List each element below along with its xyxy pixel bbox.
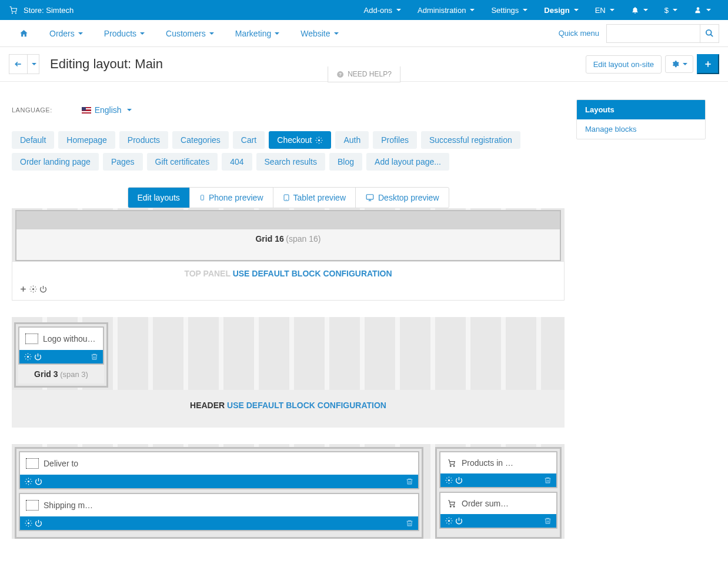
block-label: Shipping m… bbox=[44, 501, 93, 510]
menu-design[interactable]: Design bbox=[536, 0, 586, 20]
svg-point-22 bbox=[450, 465, 451, 466]
menu-lang[interactable]: EN bbox=[587, 0, 623, 20]
content-left-grid[interactable]: Deliver toShipping m… bbox=[15, 447, 423, 539]
svg-point-26 bbox=[453, 506, 455, 507]
tab-cart[interactable]: Cart bbox=[233, 131, 265, 149]
block-label: Products in … bbox=[462, 458, 513, 468]
back-button[interactable] bbox=[9, 54, 28, 74]
power-icon[interactable] bbox=[455, 517, 463, 525]
block-card[interactable]: Shipping m… bbox=[19, 493, 419, 531]
power-icon[interactable] bbox=[35, 519, 42, 527]
svg-point-0 bbox=[12, 12, 12, 13]
grid3-container[interactable]: Logo withou… Grid 3 (span 3) bbox=[14, 322, 108, 388]
tab-profiles[interactable]: Profiles bbox=[373, 131, 417, 149]
tab-products[interactable]: Products bbox=[119, 131, 168, 149]
tab-pages[interactable]: Pages bbox=[103, 153, 143, 171]
trash-icon[interactable] bbox=[406, 478, 413, 485]
svg-point-1 bbox=[15, 12, 16, 13]
search-input[interactable] bbox=[606, 24, 700, 43]
top-panel-use-default-link[interactable]: USE DEFAULT BLOCK CONFIGURATION bbox=[233, 269, 392, 278]
quick-menu[interactable]: Quick menu bbox=[559, 29, 599, 38]
nav-products[interactable]: Products bbox=[93, 20, 155, 47]
trash-icon[interactable] bbox=[91, 353, 98, 361]
tab-add-layout-page-[interactable]: Add layout page... bbox=[366, 153, 449, 171]
store-label[interactable]: Store: Simtech bbox=[24, 6, 74, 15]
nav-orders[interactable]: Orders bbox=[39, 20, 93, 47]
add-button[interactable] bbox=[697, 54, 719, 74]
nav-marketing[interactable]: Marketing bbox=[225, 20, 290, 47]
tab-404[interactable]: 404 bbox=[222, 153, 252, 171]
svg-point-21 bbox=[28, 522, 29, 524]
tab-successful-registration[interactable]: Successful registration bbox=[421, 131, 520, 149]
nav-customers[interactable]: Customers bbox=[155, 20, 225, 47]
sidebar-item-manage-blocks[interactable]: Manage blocks bbox=[577, 119, 705, 139]
block-card[interactable]: Products in … bbox=[439, 451, 557, 488]
sidebar-item-layouts[interactable]: Layouts bbox=[577, 100, 705, 119]
main-nav: Orders Products Customers Marketing Webs… bbox=[0, 20, 728, 47]
tab-phone-preview[interactable]: Phone preview bbox=[190, 188, 273, 208]
tab-default[interactable]: Default bbox=[12, 131, 54, 149]
search-button[interactable] bbox=[700, 24, 719, 43]
block-card[interactable]: Order sum… bbox=[439, 492, 557, 529]
svg-point-2 bbox=[697, 7, 700, 10]
svg-point-3 bbox=[706, 30, 712, 35]
edit-layout-onsite-button[interactable]: Edit layout on-site bbox=[586, 55, 662, 74]
content-right-grid[interactable]: Products in …Order sum… bbox=[435, 447, 562, 539]
gear-icon[interactable] bbox=[445, 476, 453, 484]
settings-dropdown[interactable] bbox=[665, 55, 693, 73]
block-icon bbox=[25, 333, 38, 344]
power-icon[interactable] bbox=[39, 285, 47, 293]
tab-checkout[interactable]: Checkout bbox=[269, 131, 331, 149]
user-icon[interactable] bbox=[686, 0, 719, 20]
tab-tablet-preview[interactable]: Tablet preview bbox=[273, 188, 356, 208]
svg-point-20 bbox=[28, 481, 29, 482]
power-icon[interactable] bbox=[34, 353, 42, 361]
nav-website[interactable]: Website bbox=[290, 20, 349, 47]
trash-icon[interactable] bbox=[406, 519, 413, 527]
flag-icon bbox=[82, 107, 91, 114]
menu-settings[interactable]: Settings bbox=[483, 0, 536, 20]
tab-homepage[interactable]: Homepage bbox=[58, 131, 115, 149]
svg-point-25 bbox=[450, 506, 451, 507]
menu-administration[interactable]: Administration bbox=[409, 0, 483, 20]
gear-icon[interactable] bbox=[29, 285, 37, 293]
tab-auth[interactable]: Auth bbox=[335, 131, 369, 149]
block-label: Deliver to bbox=[44, 459, 78, 468]
sidebar-panel: Layouts Manage blocks bbox=[576, 99, 706, 139]
tab-search-results[interactable]: Search results bbox=[256, 153, 325, 171]
tab-desktop-preview[interactable]: Desktop preview bbox=[356, 188, 449, 208]
gear-icon[interactable] bbox=[25, 519, 32, 527]
layout-pages-tabs: DefaultHomepageProductsCategoriesCartChe… bbox=[12, 131, 565, 171]
block-card[interactable]: Deliver to bbox=[19, 451, 419, 489]
search-wrap bbox=[606, 24, 719, 43]
grid16-box[interactable]: Grid 16 (span 16) bbox=[15, 229, 561, 261]
add-icon[interactable] bbox=[19, 285, 27, 293]
language-label: LANGUAGE: bbox=[12, 106, 52, 114]
nav-home[interactable] bbox=[9, 20, 39, 47]
language-select[interactable]: English bbox=[82, 105, 132, 115]
trash-icon[interactable] bbox=[544, 517, 552, 525]
trash-icon[interactable] bbox=[544, 476, 552, 484]
notifications-icon[interactable] bbox=[623, 0, 656, 20]
svg-point-27 bbox=[448, 520, 450, 522]
tab-edit-layouts[interactable]: Edit layouts bbox=[128, 188, 190, 208]
power-icon[interactable] bbox=[35, 478, 42, 485]
gear-icon[interactable] bbox=[25, 478, 32, 485]
svg-point-10 bbox=[318, 139, 320, 141]
gear-icon[interactable] bbox=[445, 517, 453, 525]
header-label: HEADER bbox=[190, 401, 225, 410]
gear-icon[interactable] bbox=[24, 353, 32, 361]
tab-blog[interactable]: Blog bbox=[329, 153, 362, 171]
header-use-default-link[interactable]: USE DEFAULT BLOCK CONFIGURATION bbox=[227, 401, 386, 410]
svg-text:?: ? bbox=[339, 72, 342, 77]
block-label: Order sum… bbox=[462, 499, 509, 508]
power-icon[interactable] bbox=[455, 476, 463, 484]
menu-currency[interactable]: $ bbox=[656, 0, 686, 20]
tab-categories[interactable]: Categories bbox=[172, 131, 229, 149]
need-help-tab[interactable]: ? NEED HELP? bbox=[328, 66, 400, 82]
back-dropdown[interactable] bbox=[28, 54, 39, 74]
tab-gift-certificates[interactable]: Gift certificates bbox=[147, 153, 218, 171]
menu-addons[interactable]: Add-ons bbox=[356, 0, 409, 20]
tab-order-landing-page[interactable]: Order landing page bbox=[12, 153, 99, 171]
svg-point-24 bbox=[448, 479, 450, 481]
